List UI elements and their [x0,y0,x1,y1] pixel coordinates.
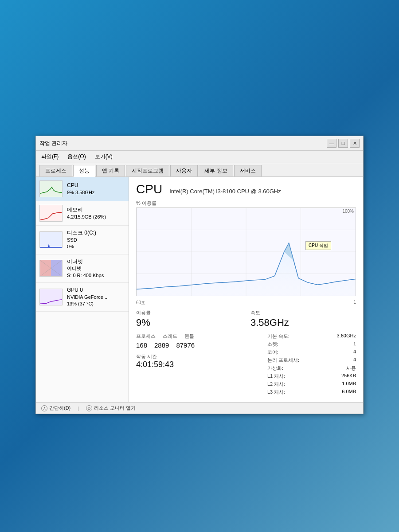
tab-app-history[interactable]: 앱 기록 [96,165,125,176]
right-stat-row: 논리 프로세서:4 [267,357,356,364]
window-controls: — □ ✕ [327,139,360,148]
menu-file[interactable]: 파일(F) [39,152,60,161]
right-stat-row: 기본 속도:3.60GHz [267,333,356,340]
right-stats: 기본 속도:3.60GHz소켓:1코어:4논리 프로세서:4가상화:사용L1 캐… [267,333,356,397]
right-stat-row: L1 캐시:256KB [267,373,356,379]
simplify-button[interactable]: ∧ 간단히(D) [41,405,70,411]
handle-value: 87976 [176,341,195,349]
svg-rect-8 [40,289,62,305]
svg-rect-2 [40,232,62,248]
right-stat-label: 가상화: [267,365,283,372]
title-bar: 작업 관리자 — □ ✕ [36,136,363,151]
right-stat-label: 코어: [267,349,278,356]
usage-stat: 이용률 9% [136,309,242,329]
memory-sidebar-info: 메모리 4.2/15.9GB (26%) [67,206,106,220]
right-stat-row: L3 캐시:6.0MB [267,389,356,395]
tab-users[interactable]: 사용자 [170,165,198,176]
disk-sidebar-detail2: 0% [67,243,96,250]
right-stat-row: L2 캐시:1.0MB [267,381,356,387]
right-stat-value: 사용 [346,365,356,372]
tab-services[interactable]: 서비스 [234,165,262,176]
memory-sidebar-name: 메모리 [67,206,106,214]
usage-value: 9% [136,317,242,329]
resource-monitor-button[interactable]: ⊘ 리소스 모니터 열기 [86,405,136,411]
stats-row-1: 이용률 9% 속도 3.58GHz [136,309,356,329]
disk-sidebar-info: 디스크 0(C:) SSD 0% [67,229,96,250]
thread-value: 2889 [154,341,169,349]
main-content: CPU 9% 3.58GHz 메모리 4.2/15.9GB (26%) [36,177,363,402]
window-title: 작업 관리자 [39,140,67,147]
speed-value: 3.58GHz [250,317,356,329]
ethernet-sidebar-detail1: 이더넷 [67,265,104,272]
maximize-button[interactable]: □ [338,139,348,148]
simplify-icon: ∧ [41,405,47,411]
sidebar-item-ethernet[interactable]: 이더넷 이더넷 S: 0 R: 400 Kbps [36,254,129,283]
cpu-sidebar-info: CPU 9% 3.58GHz [67,182,94,196]
tab-performance[interactable]: 성능 [73,165,95,177]
speed-stat: 속도 3.58GHz [250,309,356,329]
cpu-main-title: CPU [136,182,162,196]
sidebar-item-memory[interactable]: 메모리 4.2/15.9GB (26%) [36,201,129,226]
gpu-sidebar-info: GPU 0 NVIDIA GeForce ... 13% (37 °C) [67,286,109,308]
close-button[interactable]: ✕ [350,139,360,148]
right-stat-row: 코어:4 [267,349,356,356]
svg-rect-1 [40,205,62,221]
menu-options[interactable]: 옵션(O) [66,152,87,161]
tab-startup[interactable]: 시작프로그램 [126,165,169,176]
cpu-sidebar-detail: 9% 3.58GHz [67,189,94,196]
cpu-model-label: Intel(R) Core(TM) i3-8100 CPU @ 3.60GHz [169,188,281,195]
ethernet-thumbnail [39,260,63,277]
task-manager-window: 작업 관리자 — □ ✕ 파일(F) 옵션(O) 보기(V) 프로세스 성능 앱… [35,136,364,414]
time-right-label: 1 [353,300,356,306]
right-stat-value: 1 [353,341,356,348]
cpu-chart: 100% [136,207,356,296]
tab-processes[interactable]: 프로세스 [39,165,72,176]
svg-rect-4 [40,260,51,276]
cpu-thumbnail [39,180,63,197]
stats-bottom-row: 프로세스 스레드 핸들 168 2889 87976 작동 시간 4:01:59… [136,333,356,397]
right-stat-value: 4 [353,357,356,364]
right-stat-row: 가상화:사용 [267,365,356,372]
ethernet-sidebar-name: 이더넷 [67,258,104,266]
right-stat-value: 256KB [341,373,356,379]
right-stat-label: 논리 프로세서: [267,357,299,364]
sidebar: CPU 9% 3.58GHz 메모리 4.2/15.9GB (26%) [36,177,129,402]
right-stat-value: 6.0MB [342,389,356,395]
process-label: 프로세스 [136,333,156,340]
bottom-bar: ∧ 간단히(D) | ⊘ 리소스 모니터 열기 [36,402,363,414]
uptime-value: 4:01:59:43 [136,360,260,369]
svg-rect-5 [51,260,62,276]
memory-thumbnail [39,205,63,222]
separator: | [78,406,79,411]
speed-label: 속도 [250,309,356,316]
tab-details[interactable]: 세부 정보 [199,165,233,176]
disk-sidebar-detail1: SSD [67,237,96,243]
sidebar-item-disk[interactable]: 디스크 0(C:) SSD 0% [36,226,129,254]
svg-rect-0 [40,181,62,197]
gpu-thumbnail [39,289,63,305]
time-left-label: 60초 [136,300,145,306]
right-stat-value: 3.60GHz [337,333,356,340]
tab-bar: 프로세스 성능 앱 기록 시작프로그램 사용자 세부 정보 서비스 [36,163,363,177]
right-stat-row: 소켓:1 [267,341,356,348]
minimize-button[interactable]: — [327,139,336,148]
sidebar-item-gpu[interactable]: GPU 0 NVIDIA GeForce ... 13% (37 °C) [36,283,129,312]
simplify-label: 간단히(D) [49,405,70,411]
right-stat-label: L1 캐시: [267,373,285,379]
chart-time-labels: 60초 1 [136,300,356,306]
pth-values: 168 2889 87976 [136,341,260,349]
right-stat-label: L3 캐시: [267,389,285,395]
uptime-block: 작동 시간 4:01:59:43 [136,353,260,369]
cpu-sidebar-name: CPU [67,182,94,189]
cpu-header: CPU Intel(R) Core(TM) i3-8100 CPU @ 3.60… [136,182,356,196]
menu-view[interactable]: 보기(V) [93,152,114,161]
usage-label: 이용률 [136,309,242,316]
sidebar-item-cpu[interactable]: CPU 9% 3.58GHz [36,177,129,201]
gpu-sidebar-detail2: 13% (37 °C) [67,301,109,307]
graph-label: % 이용률 [136,200,356,207]
right-stat-label: L2 캐시: [267,381,285,387]
left-stats: 프로세스 스레드 핸들 168 2889 87976 작동 시간 4:01:59… [136,333,260,397]
pth-labels: 프로세스 스레드 핸들 [136,333,260,340]
ethernet-sidebar-info: 이더넷 이더넷 S: 0 R: 400 Kbps [67,258,104,279]
disk-thumbnail [39,231,63,248]
